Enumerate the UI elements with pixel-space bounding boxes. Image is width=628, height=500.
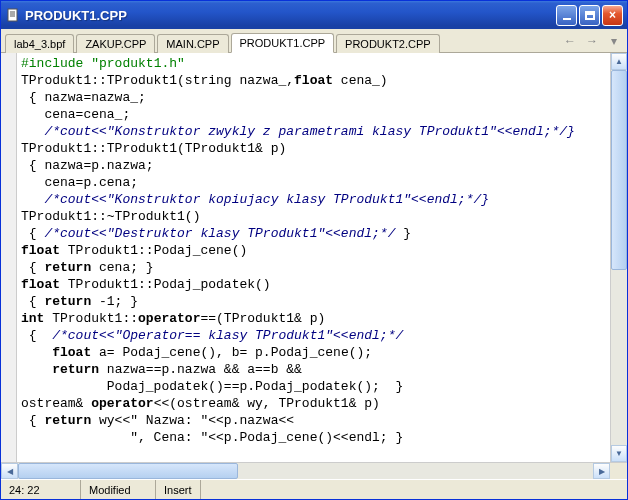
horizontal-scrollbar[interactable]: ◀ ▶: [1, 462, 627, 479]
titlebar[interactable]: PRODUKT1.CPP ×: [1, 1, 627, 29]
scroll-left-icon[interactable]: ◀: [1, 463, 18, 479]
hscroll-thumb[interactable]: [18, 463, 238, 479]
nav-dropdown-icon[interactable]: ▾: [605, 32, 623, 50]
scroll-corner: [610, 463, 627, 479]
vscroll-track[interactable]: [611, 70, 627, 445]
tab-produkt2[interactable]: PRODUKT2.CPP: [336, 34, 440, 53]
tab-lab4[interactable]: lab4_3.bpf: [5, 34, 74, 53]
tab-main[interactable]: MAIN.CPP: [157, 34, 228, 53]
nav-forward-icon[interactable]: →: [583, 32, 601, 50]
tab-bar: lab4_3.bpf ZAKUP.CPP MAIN.CPP PRODUKT1.C…: [1, 29, 627, 53]
editor: #include "produkt1.h"TProdukt1::TProdukt…: [1, 53, 627, 462]
nav-back-icon[interactable]: ←: [561, 32, 579, 50]
insert-mode: Insert: [156, 480, 201, 499]
window-controls: ×: [556, 5, 623, 26]
cursor-position: 24: 22: [1, 480, 81, 499]
vertical-scrollbar[interactable]: ▲ ▼: [610, 53, 627, 462]
maximize-button[interactable]: [579, 5, 600, 26]
status-bar: 24: 22 Modified Insert: [1, 479, 627, 499]
svg-rect-0: [8, 9, 17, 21]
gutter: [1, 53, 17, 462]
window-title: PRODUKT1.CPP: [25, 8, 556, 23]
modified-status: Modified: [81, 480, 156, 499]
window: PRODUKT1.CPP × lab4_3.bpf ZAKUP.CPP MAIN…: [0, 0, 628, 500]
hscroll-track[interactable]: [18, 463, 593, 479]
scroll-down-icon[interactable]: ▼: [611, 445, 627, 462]
tab-produkt1[interactable]: PRODUKT1.CPP: [231, 33, 335, 53]
minimize-button[interactable]: [556, 5, 577, 26]
code-area[interactable]: #include "produkt1.h"TProdukt1::TProdukt…: [17, 53, 610, 462]
tab-nav: ← → ▾: [561, 32, 623, 52]
scroll-up-icon[interactable]: ▲: [611, 53, 627, 70]
file-icon: [5, 7, 21, 23]
scroll-right-icon[interactable]: ▶: [593, 463, 610, 479]
close-button[interactable]: ×: [602, 5, 623, 26]
vscroll-thumb[interactable]: [611, 70, 627, 270]
tab-zakup[interactable]: ZAKUP.CPP: [76, 34, 155, 53]
